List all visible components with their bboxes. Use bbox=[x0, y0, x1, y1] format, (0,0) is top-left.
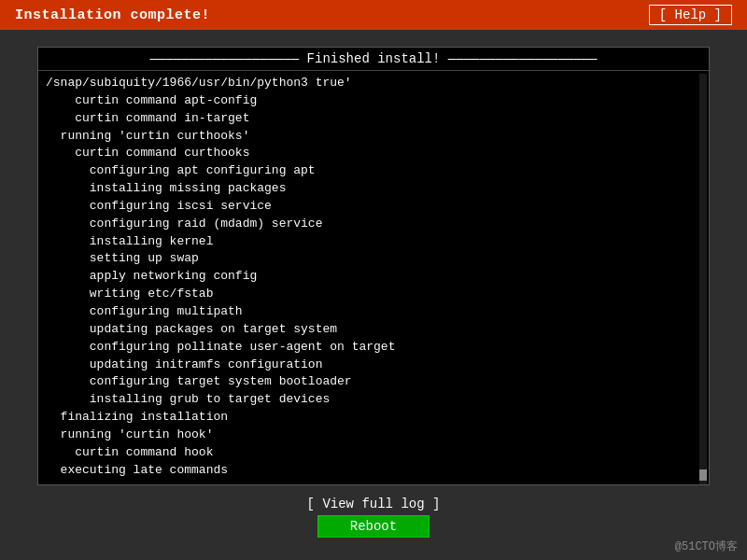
terminal-line: installing grub to target devices bbox=[46, 391, 701, 409]
terminal-line: executing late commands bbox=[46, 462, 701, 480]
terminal-line: configuring pollinate user-agent on targ… bbox=[46, 339, 701, 357]
header-bar: Installation complete! [ Help ] bbox=[0, 0, 747, 30]
terminal-line: apply networking config bbox=[46, 268, 701, 286]
terminal-line: configuring multipath bbox=[46, 303, 701, 321]
terminal-line: finalizing installation bbox=[46, 409, 701, 427]
terminal-line: running 'curtin curthooks' bbox=[46, 128, 701, 146]
terminal-box: ——————————————————— Finished install! ——… bbox=[37, 47, 710, 485]
terminal-line: updating packages on target system bbox=[46, 321, 701, 339]
terminal-line: final system configuration bbox=[46, 479, 701, 482]
terminal-line: configuring raid (mdadm) service bbox=[46, 216, 701, 233]
terminal-line: curtin command curthooks bbox=[46, 145, 701, 162]
terminal-line: setting up swap bbox=[46, 250, 701, 268]
header-title: Installation complete! bbox=[15, 7, 210, 23]
watermark: @51CTO博客 bbox=[675, 539, 738, 554]
terminal-content: /snap/subiquity/1966/usr/bin/python3 tru… bbox=[38, 71, 709, 482]
terminal-line: updating initramfs configuration bbox=[46, 357, 701, 374]
main-area: ——————————————————— Finished install! ——… bbox=[0, 30, 747, 547]
terminal-line: configuring target system bootloader bbox=[46, 373, 701, 391]
help-button[interactable]: [ Help ] bbox=[649, 5, 732, 25]
scrollbar-thumb bbox=[699, 469, 707, 481]
bottom-buttons: [ View full log ] Reboot bbox=[307, 497, 441, 538]
scrollbar[interactable] bbox=[699, 74, 707, 484]
terminal-line: curtin command in-target bbox=[46, 110, 701, 128]
terminal-line: /snap/subiquity/1966/usr/bin/python3 tru… bbox=[46, 75, 701, 92]
terminal-line: installing kernel bbox=[46, 233, 701, 251]
terminal-line: writing etc/fstab bbox=[46, 286, 701, 303]
terminal-line: curtin command hook bbox=[46, 444, 701, 462]
reboot-button[interactable]: Reboot bbox=[317, 515, 430, 538]
terminal-line: curtin command apt-config bbox=[46, 92, 701, 110]
terminal-header: ——————————————————— Finished install! ——… bbox=[38, 48, 709, 71]
terminal-line: configuring iscsi service bbox=[46, 198, 701, 216]
terminal-line: running 'curtin hook' bbox=[46, 427, 701, 444]
terminal-line: configuring apt configuring apt bbox=[46, 162, 701, 180]
terminal-line: installing missing packages bbox=[46, 180, 701, 198]
view-log-label[interactable]: [ View full log ] bbox=[307, 497, 441, 511]
